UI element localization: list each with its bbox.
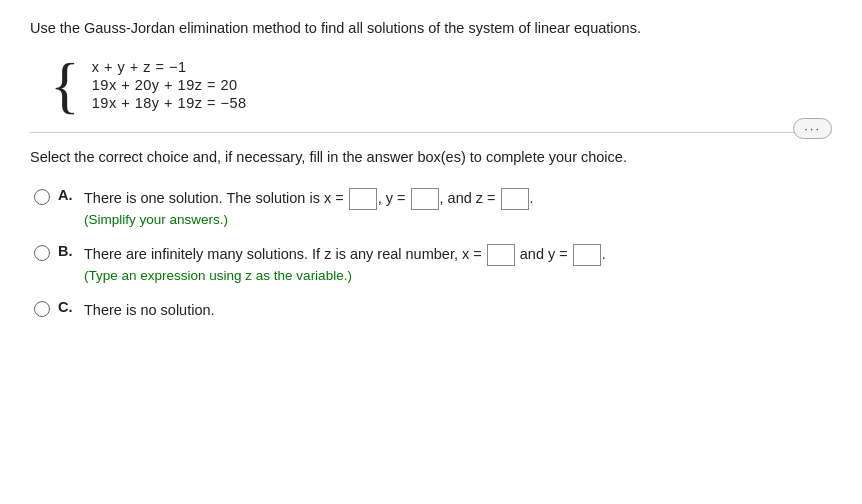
choice-b-content: There are infinitely many solutions. If … — [84, 243, 606, 287]
choice-a-mid1: , y = — [378, 190, 410, 206]
choice-a-main: There is one solution. The solution is x… — [84, 190, 348, 206]
equations-list: x + y + z = −1 19x + 20y + 19z = 20 19x … — [92, 59, 247, 111]
choice-a-letter: A. — [58, 187, 76, 203]
brace-symbol: { — [50, 54, 80, 116]
equation-3: 19x + 18y + 19z = −58 — [92, 95, 247, 111]
choice-c-letter: C. — [58, 299, 76, 315]
choice-c-content: There is no solution. — [84, 299, 215, 321]
divider — [30, 132, 832, 133]
select-label: Select the correct choice and, if necess… — [30, 147, 832, 169]
choice-a-row: A. There is one solution. The solution i… — [34, 187, 832, 231]
choice-b-radio[interactable] — [34, 245, 50, 261]
equation-system: { x + y + z = −1 19x + 20y + 19z = 20 19… — [50, 54, 832, 116]
choice-a-y-input[interactable] — [411, 188, 439, 210]
choice-c-row: C. There is no solution. — [34, 299, 832, 321]
choice-a-period: . — [530, 190, 534, 206]
choice-a-x-input[interactable] — [349, 188, 377, 210]
choice-b-y-input[interactable] — [573, 244, 601, 266]
choice-b-letter: B. — [58, 243, 76, 259]
choice-a-content: There is one solution. The solution is x… — [84, 187, 534, 231]
choice-b-period: . — [602, 246, 606, 262]
choice-a-radio[interactable] — [34, 189, 50, 205]
choice-b-row: B. There are infinitely many solutions. … — [34, 243, 832, 287]
choice-a-mid2: , and z = — [440, 190, 500, 206]
choice-c-main: There is no solution. — [84, 302, 215, 318]
choice-a-note: (Simplify your answers.) — [84, 210, 534, 231]
equation-2: 19x + 20y + 19z = 20 — [92, 77, 247, 93]
choice-b-note: (Type an expression using z as the varia… — [84, 266, 606, 287]
equation-1: x + y + z = −1 — [92, 59, 247, 75]
choice-c-radio[interactable] — [34, 301, 50, 317]
instructions-text: Use the Gauss-Jordan elimination method … — [30, 18, 832, 40]
choice-a-z-input[interactable] — [501, 188, 529, 210]
more-button[interactable]: ··· — [793, 118, 832, 139]
choices-list: A. There is one solution. The solution i… — [34, 187, 832, 322]
choice-b-x-input[interactable] — [487, 244, 515, 266]
choice-b-mid: and y = — [516, 246, 572, 262]
choice-b-main: There are infinitely many solutions. If … — [84, 246, 486, 262]
